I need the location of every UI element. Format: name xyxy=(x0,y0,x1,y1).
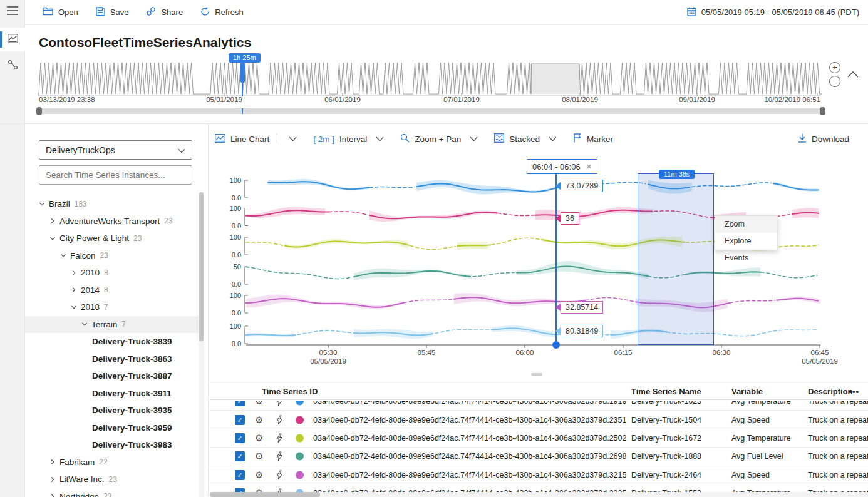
lightning-icon[interactable] xyxy=(276,433,283,443)
chevron-down-icon[interactable] xyxy=(71,304,81,310)
row-checkbox[interactable]: ✓ xyxy=(235,433,245,443)
time-range-picker[interactable]: 05/05/2019 05:19 - 05/05/2019 06:45 (PDT… xyxy=(687,7,859,18)
gear-icon[interactable]: ⚙ xyxy=(255,401,263,407)
series-color-dot xyxy=(296,401,304,406)
tree-item-label: AdventureWorks Transport xyxy=(59,217,160,226)
chevron-down-icon[interactable] xyxy=(49,235,59,242)
chevron-down-icon[interactable] xyxy=(39,201,49,207)
header-divider xyxy=(0,123,868,124)
lightning-icon[interactable] xyxy=(276,401,283,406)
tree-item-delivery-truck-3839[interactable]: Delivery-Truck-3839 xyxy=(25,333,199,351)
table-hscrollbar-thumb[interactable] xyxy=(210,492,320,497)
tree-item-brazil[interactable]: Brazil183 xyxy=(25,195,199,213)
hamburger-menu-button[interactable] xyxy=(0,0,25,24)
stacked-button[interactable]: Stacked xyxy=(494,133,557,145)
more-options-icon[interactable]: ••• xyxy=(849,387,859,396)
chevron-down-icon[interactable] xyxy=(60,252,70,259)
overview-scrollbar-right-handle[interactable] xyxy=(820,107,825,115)
marker-button[interactable]: Marker xyxy=(573,133,613,145)
overview-zoom-out-button[interactable]: − xyxy=(829,76,840,87)
tree-item-2014[interactable]: 20148 xyxy=(25,282,199,299)
tree-item-delivery-truck-3887[interactable]: Delivery-Truck-3887 xyxy=(25,367,199,385)
hierarchy-dropdown[interactable]: DeliveryTruckOps xyxy=(39,140,192,160)
search-instances-input[interactable] xyxy=(39,165,192,185)
tree-item-delivery-truck-3959[interactable]: Delivery-Truck-3959 xyxy=(25,419,199,437)
cell-time-series-id: 03a40ee0-db72-4efd-80de-89e9e6df24ac.74f… xyxy=(313,471,626,479)
tree-item-count: 23 xyxy=(100,251,108,260)
overview-scrollbar-left-handle[interactable] xyxy=(36,107,42,115)
rail-item-model[interactable] xyxy=(0,54,25,78)
chart-type-chevron-icon[interactable] xyxy=(289,136,297,141)
sidebar-scrollbar-thumb[interactable] xyxy=(199,192,204,341)
overview-scrollbar-track[interactable] xyxy=(39,108,825,114)
y-axis-max-label: 100 xyxy=(230,205,241,212)
time-marker-axis-dot[interactable] xyxy=(552,341,560,349)
cell-variable: Avg Speed xyxy=(731,471,770,479)
tree-item-fabrikam[interactable]: Fabrikam22 xyxy=(25,454,199,471)
time-marker-line[interactable] xyxy=(555,165,557,345)
tree-item-2018[interactable]: 20187 xyxy=(25,299,199,316)
open-button[interactable]: Open xyxy=(43,7,78,18)
tree-item-delivery-truck-3983[interactable]: Delivery-Truck-3983 xyxy=(25,436,199,454)
tree-item-count: 7 xyxy=(104,303,108,312)
availability-overview-chart[interactable] xyxy=(34,58,827,96)
stacked-chevron-icon[interactable] xyxy=(549,136,557,141)
tree-item-terrain[interactable]: Terrain7 xyxy=(25,316,199,334)
table-row: ✓⚙03a40ee0-db72-4efd-80de-89e9e6df24ac.7… xyxy=(210,401,868,411)
chevron-down-icon[interactable] xyxy=(81,321,91,327)
overview-zoom-in-button[interactable]: + xyxy=(829,62,840,73)
interval-button[interactable]: [ 2m ] Interval xyxy=(313,135,384,144)
y-axis-max-label: 100 xyxy=(230,322,241,330)
tree-item-label: Delivery-Truck-3911 xyxy=(92,389,172,398)
lightning-icon[interactable] xyxy=(276,470,283,480)
tree-item-delivery-truck-3911[interactable]: Delivery-Truck-3911 xyxy=(25,385,199,402)
chevron-right-icon[interactable] xyxy=(49,218,59,224)
table-row: ✓⚙03a40ee0-db72-4efd-80de-89e9e6df24ac.7… xyxy=(210,411,868,429)
download-button[interactable]: Download xyxy=(798,133,849,145)
tree-item-delivery-truck-3935[interactable]: Delivery-Truck-3935 xyxy=(25,402,199,419)
tree-item-adventureworks-transport[interactable]: AdventureWorks Transport23 xyxy=(25,213,199,230)
tree-item-city-power-light[interactable]: City Power & Light23 xyxy=(25,230,199,247)
gear-icon[interactable]: ⚙ xyxy=(255,469,263,481)
refresh-button[interactable]: Refresh xyxy=(200,7,244,18)
tree-item-label: Falcon xyxy=(70,251,96,260)
tree-item-2010[interactable]: 20108 xyxy=(25,264,199,282)
cell-description: Truck on a repeating xyxy=(808,471,868,479)
lightning-icon[interactable] xyxy=(276,451,283,461)
interval-chevron-icon[interactable] xyxy=(376,136,384,141)
zoom-pan-chevron-icon[interactable] xyxy=(470,136,478,141)
row-checkbox[interactable]: ✓ xyxy=(235,415,245,425)
chevron-right-icon[interactable] xyxy=(49,459,59,465)
rail-item-analyze[interactable] xyxy=(0,28,25,51)
cell-time-series-name: Delivery-Truck-1888 xyxy=(631,452,701,461)
share-button[interactable]: Share xyxy=(146,6,183,18)
chart-type-button[interactable]: Line Chart xyxy=(215,134,269,145)
row-checkbox[interactable]: ✓ xyxy=(235,451,245,461)
gear-icon[interactable]: ⚙ xyxy=(255,451,263,462)
row-checkbox[interactable]: ✓ xyxy=(235,470,245,480)
chevron-right-icon[interactable] xyxy=(71,287,81,293)
col-header-variable: Variable xyxy=(731,387,763,396)
collapse-overview-button[interactable] xyxy=(847,69,859,81)
gear-icon[interactable]: ⚙ xyxy=(255,433,263,444)
tree-item-falcon[interactable]: Falcon23 xyxy=(25,247,199,265)
chart-brush-selection[interactable] xyxy=(638,173,714,345)
chart-resize-handle[interactable] xyxy=(531,373,542,376)
chevron-right-icon[interactable] xyxy=(49,476,59,483)
chevron-right-icon[interactable] xyxy=(71,270,81,276)
tree-item-northridge[interactable]: Northridge23 xyxy=(25,488,199,497)
lightning-icon[interactable] xyxy=(276,415,283,425)
tree-item-delivery-truck-3863[interactable]: Delivery-Truck-3863 xyxy=(25,351,199,368)
save-button[interactable]: Save xyxy=(96,7,129,18)
row-checkbox[interactable]: ✓ xyxy=(235,401,245,406)
gear-icon[interactable]: ⚙ xyxy=(255,414,263,426)
context-menu-item-zoom[interactable]: Zoom xyxy=(715,216,777,233)
gear-icon[interactable]: ⚙ xyxy=(255,488,263,492)
time-marker-box[interactable]: 06:04 - 06:06 ✕ xyxy=(527,159,597,174)
marker-value-flag: 80.31849 xyxy=(561,325,603,337)
close-icon[interactable]: ✕ xyxy=(586,163,592,171)
zoom-pan-button[interactable]: Zoom + Pan xyxy=(400,133,478,145)
context-menu-item-explore-events[interactable]: Explore Events xyxy=(715,233,777,250)
tree-item-litware-inc[interactable]: LitWare Inc.23 xyxy=(25,471,199,488)
chevron-right-icon[interactable] xyxy=(49,493,59,497)
